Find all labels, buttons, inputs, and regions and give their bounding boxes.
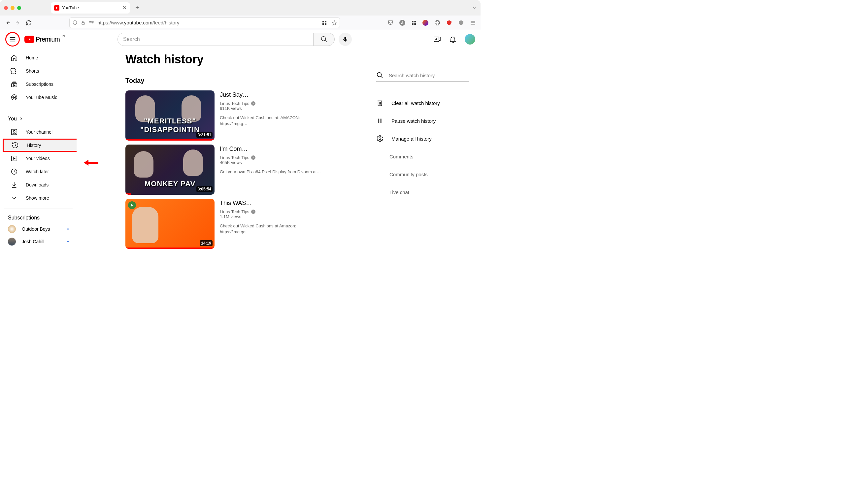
extension-grid-icon[interactable] <box>411 20 416 25</box>
extension-shield-red-icon[interactable] <box>446 20 452 26</box>
svg-point-33 <box>13 130 15 132</box>
search-input[interactable]: Search <box>118 33 314 46</box>
window-controls <box>4 6 21 10</box>
extension-s-icon[interactable] <box>423 20 428 26</box>
minimize-window[interactable] <box>11 6 14 10</box>
video-views: 1.1M views <box>220 214 323 219</box>
svg-rect-45 <box>380 119 381 123</box>
back-button[interactable] <box>4 20 11 26</box>
channel-line[interactable]: Linus Tech Tips <box>220 155 323 160</box>
chevron-down-icon <box>11 194 18 202</box>
video-duration: 3:21:51 <box>196 132 212 138</box>
new-content-dot <box>67 241 69 242</box>
extensions-puzzle-icon[interactable] <box>434 20 440 26</box>
close-tab-icon[interactable]: ✕ <box>122 4 127 11</box>
video-title[interactable]: I'm Com… <box>220 145 323 153</box>
video-description: Check out Wicked Cushions at Amazon: htt… <box>220 223 323 235</box>
sidebar: Home Shorts Subscriptions YouTube Music … <box>0 49 76 277</box>
history-filter-livechat[interactable]: Live chat <box>376 184 469 200</box>
account-avatar[interactable] <box>465 34 475 45</box>
subscription-item[interactable]: Outdoor Boys <box>0 223 76 235</box>
svg-line-39 <box>381 76 383 78</box>
video-meta: I'm Com… Linus Tech Tips 465K views Get … <box>220 145 323 195</box>
extension-a-icon[interactable]: A <box>399 20 405 26</box>
sidebar-label: Shorts <box>26 68 39 74</box>
subscription-item[interactable]: Josh Cahill <box>0 235 76 248</box>
verified-icon <box>251 156 255 160</box>
app-menu-icon[interactable] <box>470 20 476 26</box>
forward-button[interactable] <box>15 20 21 26</box>
video-item[interactable]: MONKEY PAV 3:05:54 I'm Com… Linus Tech T… <box>125 145 323 195</box>
sidebar-item-show-more[interactable]: Show more <box>3 192 74 205</box>
permissions-icon <box>89 20 94 25</box>
reload-button[interactable] <box>26 20 32 26</box>
svg-rect-40 <box>378 101 382 106</box>
browser-tab[interactable]: YouTube ✕ <box>51 2 130 13</box>
search-history-input[interactable] <box>389 73 469 78</box>
history-filter-community[interactable]: Community posts <box>376 166 469 182</box>
new-tab-button[interactable]: + <box>135 4 139 12</box>
shorts-icon <box>11 67 18 75</box>
apps-icon[interactable] <box>322 20 327 25</box>
sidebar-item-home[interactable]: Home <box>3 51 74 64</box>
video-title[interactable]: This WAS… <box>220 199 323 207</box>
sidebar-item-your-videos[interactable]: Your videos <box>3 152 74 165</box>
video-item[interactable]: "MERITLESS" "DISAPPOINTIN 3:21:51 Just S… <box>125 90 323 141</box>
url-text: https://www.youtube.com/feed/history <box>97 20 179 25</box>
toolbar-extensions: A <box>388 20 476 26</box>
subscriptions-icon <box>11 81 18 88</box>
search-container: Search <box>118 33 352 46</box>
channel-name: Josh Cahill <box>22 239 44 244</box>
clear-history-button[interactable]: Clear all watch history <box>376 95 469 111</box>
hamburger-menu-button[interactable] <box>9 36 16 43</box>
history-filter-comments[interactable]: Comments <box>376 148 469 165</box>
divider <box>4 209 73 209</box>
video-item[interactable]: 14:19 This WAS… Linus Tech Tips 1.1M vie… <box>125 199 323 249</box>
watch-progress <box>125 247 215 249</box>
extension-shield-gray-icon[interactable] <box>458 20 464 26</box>
channel-icon <box>11 129 18 136</box>
sidebar-label: Your channel <box>26 129 52 135</box>
youtube-header: Premium IN Search <box>0 30 480 49</box>
notifications-button[interactable] <box>449 35 457 43</box>
bookmark-star-icon[interactable] <box>332 20 337 25</box>
tab-overflow-icon[interactable] <box>472 5 477 10</box>
maximize-window[interactable] <box>17 6 21 10</box>
sidebar-item-watch-later[interactable]: Watch later <box>3 165 74 178</box>
manage-history-button[interactable]: Manage all history <box>376 131 469 147</box>
channel-line[interactable]: Linus Tech Tips <box>220 209 323 214</box>
home-icon <box>11 54 18 61</box>
voice-search-button[interactable] <box>339 33 352 46</box>
search-button[interactable] <box>314 33 335 46</box>
video-thumbnail[interactable]: MONKEY PAV 3:05:54 <box>125 145 215 195</box>
sidebar-item-youtube-music[interactable]: YouTube Music <box>3 91 74 104</box>
address-bar[interactable]: https://www.youtube.com/feed/history <box>69 17 340 28</box>
sidebar-you-header[interactable]: You <box>0 112 76 125</box>
svg-rect-10 <box>325 23 327 25</box>
verified-icon <box>251 101 255 106</box>
sidebar-item-downloads[interactable]: Downloads <box>3 178 74 192</box>
search-history-field[interactable] <box>376 72 469 82</box>
sidebar-item-history[interactable]: History <box>3 138 76 152</box>
create-button[interactable] <box>433 35 441 43</box>
channel-avatar <box>8 225 16 233</box>
svg-rect-14 <box>412 23 414 25</box>
close-window[interactable] <box>4 6 8 10</box>
video-thumbnail[interactable]: 14:19 <box>125 199 215 249</box>
video-description: Check out Wicked Cushions at: AMAZON: ht… <box>220 115 323 127</box>
sidebar-label: Downloads <box>26 182 49 187</box>
svg-rect-13 <box>414 21 416 22</box>
youtube-logo[interactable]: Premium IN <box>24 36 60 43</box>
sidebar-item-shorts[interactable]: Shorts <box>3 64 74 77</box>
channel-line[interactable]: Linus Tech Tips <box>220 101 323 106</box>
video-description: Get your own Pixio64 Pixel Display from … <box>220 169 323 175</box>
history-icon <box>12 142 19 149</box>
sidebar-item-your-channel[interactable]: Your channel <box>3 125 74 138</box>
clock-icon <box>11 168 18 175</box>
video-title[interactable]: Just Say… <box>220 90 323 99</box>
sidebar-item-subscriptions[interactable]: Subscriptions <box>3 77 74 91</box>
pocket-icon[interactable] <box>388 20 393 26</box>
video-thumbnail[interactable]: "MERITLESS" "DISAPPOINTIN 3:21:51 <box>125 90 215 141</box>
svg-point-38 <box>377 73 381 77</box>
pause-history-button[interactable]: Pause watch history <box>376 113 469 129</box>
